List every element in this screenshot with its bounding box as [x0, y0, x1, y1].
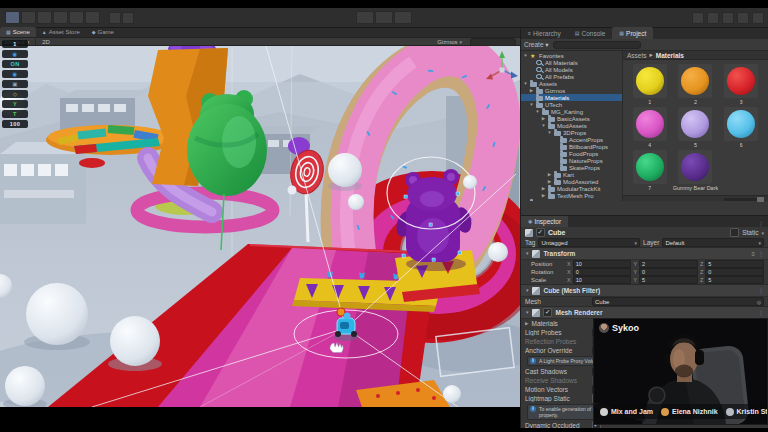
collab-button[interactable] [692, 12, 704, 24]
tab-game[interactable]: ◆ Game [86, 27, 120, 37]
project-tree-item[interactable]: FoodProps [521, 150, 622, 157]
tag-dropdown[interactable]: Untagged▾ [538, 238, 640, 247]
breadcrumb-root[interactable]: Assets [627, 52, 647, 59]
rotate-tool-button[interactable] [37, 11, 52, 24]
project-tree-item[interactable]: Materials [521, 94, 622, 101]
Gummy Bear Dark[interactable]: Gummy Bear Dark [673, 150, 719, 191]
foldout-arrow[interactable]: ▶ [523, 200, 528, 201]
foldout-arrow[interactable]: ▼ [541, 123, 546, 128]
7[interactable]: 7 [629, 150, 671, 191]
tab-inspector[interactable]: ◉ Inspector [521, 215, 568, 227]
layer-dropdown[interactable]: Default▾ [662, 238, 764, 247]
presets-icon[interactable]: ≡ [751, 251, 755, 257]
project-tree-item[interactable]: BillboardProps [521, 143, 622, 150]
gizmos-dropdown[interactable]: Gizmos▾ [437, 39, 462, 45]
y-field[interactable]: 0 [639, 268, 698, 276]
foldout-arrow[interactable]: ▶ [541, 116, 546, 121]
project-tree-item[interactable]: ▶ ModAssorted [521, 178, 622, 185]
play-button[interactable] [356, 11, 374, 24]
foldout-arrow[interactable]: ▶ [541, 193, 546, 198]
move-tool-button[interactable] [21, 11, 36, 24]
tab-project[interactable]: ▦ Project [612, 27, 653, 39]
project-tree-item[interactable]: ▶ BasicAssets [521, 115, 622, 122]
project-tree-item[interactable]: ▼ MG_Karting [521, 108, 622, 115]
project-tree-item[interactable]: ▼ Favorites [521, 52, 622, 59]
panel-menu-icon[interactable]: ⋮ [758, 220, 768, 227]
transform-component-header[interactable]: ▼ Transform ≡ ⋮ [521, 247, 768, 260]
renderer-enabled-checkbox[interactable] [543, 308, 552, 317]
project-tree-item[interactable]: All Materials [521, 59, 622, 66]
z-field[interactable]: 5 [705, 276, 764, 284]
layout-button[interactable] [752, 12, 764, 24]
project-tree-item[interactable]: ▶ Kart [521, 171, 622, 178]
project-search-input[interactable] [553, 41, 641, 49]
mesh-object-field[interactable]: Cube◎ [592, 297, 764, 306]
context-menu-icon[interactable]: ⋮ [758, 309, 764, 316]
2[interactable]: 2 [673, 64, 719, 105]
foldout-arrow[interactable]: ▼ [523, 81, 528, 86]
6[interactable]: 6 [720, 107, 762, 148]
project-tree-item[interactable]: All Prefabs [521, 73, 622, 80]
foldout-arrow[interactable]: ▼ [547, 130, 552, 135]
x-field[interactable]: 10 [573, 260, 632, 268]
thumbnail-zoom-handle[interactable] [757, 197, 764, 202]
account-button[interactable] [722, 12, 734, 24]
layers-button[interactable] [737, 12, 749, 24]
foldout-arrow[interactable]: ▼ [523, 53, 528, 58]
scale-tool-button[interactable] [53, 11, 68, 24]
folder-icon [560, 145, 567, 150]
meshfilter-component-header[interactable]: ▼ Cube (Mesh Filter) ⋮ [521, 284, 768, 297]
project-tree-item[interactable]: ▼ UTech [521, 101, 622, 108]
tab-hierarchy[interactable]: ≡ Hierarchy [521, 27, 568, 39]
tab-asset-store[interactable]: ▲ Asset Store [36, 27, 86, 37]
3[interactable]: 3 [720, 64, 762, 105]
4[interactable]: 4 [629, 107, 671, 148]
pivot-toggle-button[interactable] [109, 12, 121, 24]
foldout-arrow[interactable]: ▶ [547, 172, 552, 177]
scene-search-input[interactable] [470, 38, 516, 46]
project-tree-item[interactable]: ▼ Assets [521, 80, 622, 87]
project-tree-item[interactable]: SkateProps [521, 164, 622, 171]
cloud-services-icon[interactable] [707, 12, 719, 24]
project-tree-item[interactable]: ▼ 3DProps [521, 129, 622, 136]
1[interactable]: 1 [629, 64, 671, 105]
project-tree-item[interactable]: ▶ Gizmos [521, 87, 622, 94]
object-name[interactable]: Cube [548, 229, 566, 236]
tab-scene[interactable]: ▦ Scene [0, 27, 36, 37]
foldout-arrow[interactable]: ▼ [529, 102, 534, 107]
y-field[interactable]: 2 [639, 260, 698, 268]
project-tree-item[interactable]: ▶ ModularTrackKit [521, 185, 622, 192]
project-tree-item[interactable]: NatureProps [521, 157, 622, 164]
project-tree-item[interactable]: All Models [521, 66, 622, 73]
project-tree-item[interactable]: ▼ ModAssets [521, 122, 622, 129]
hand-tool-button[interactable] [5, 11, 20, 24]
create-dropdown[interactable]: Create ▾ [524, 41, 549, 49]
context-menu-icon[interactable]: ⋮ [758, 287, 764, 294]
x-field[interactable]: 10 [573, 276, 632, 284]
context-menu-icon[interactable]: ⋮ [758, 250, 764, 257]
y-field[interactable]: 5 [639, 276, 698, 284]
space-toggle-button[interactable] [122, 12, 134, 24]
z-field[interactable]: 5 [705, 260, 764, 268]
active-checkbox[interactable] [536, 228, 545, 237]
tab-console[interactable]: ▤ Console [568, 27, 613, 39]
pause-button[interactable] [375, 11, 393, 24]
step-button[interactable] [394, 11, 412, 24]
x-field[interactable]: 0 [573, 268, 632, 276]
static-dropdown-icon[interactable]: ▾ [761, 230, 764, 236]
foldout-arrow[interactable]: ▶ [541, 186, 546, 191]
materials-foldout[interactable]: ▶ [525, 321, 528, 326]
transform-tool-button[interactable] [85, 11, 100, 24]
project-tree-item[interactable]: AccentProps [521, 136, 622, 143]
foldout-arrow[interactable]: ▼ [535, 109, 540, 114]
static-checkbox[interactable] [730, 228, 739, 237]
5[interactable]: 5 [673, 107, 719, 148]
scene-viewport[interactable] [0, 46, 520, 407]
project-tree-item[interactable]: ▶ Packages [521, 199, 622, 201]
z-field[interactable]: 0 [705, 268, 764, 276]
foldout-arrow[interactable]: ▶ [529, 88, 534, 93]
rect-tool-button[interactable] [69, 11, 84, 24]
2d-toggle[interactable]: 2D [42, 39, 50, 45]
foldout-arrow[interactable]: ▶ [547, 179, 552, 184]
project-tree-item[interactable]: ▶ TextMesh Pro [521, 192, 622, 199]
